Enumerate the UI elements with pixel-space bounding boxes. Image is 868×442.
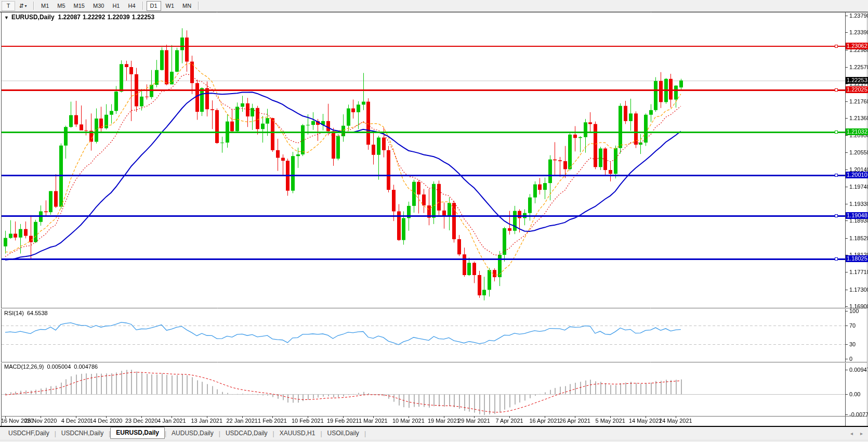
date-axis-label: 10 Feb 2021: [292, 418, 324, 424]
date-axis-label: 22 Jan 2021: [226, 418, 258, 424]
macd-scale-tick: 0.009478: [849, 367, 868, 373]
text-tool-button[interactable]: T: [2, 1, 15, 11]
timeframe-button-m30[interactable]: M30: [89, 1, 108, 11]
price-scale-tick: 1.19330: [849, 201, 868, 207]
date-axis-label: 16 Apr 2021: [529, 418, 560, 424]
date-axis-label: 24 May 2021: [659, 418, 692, 424]
chevron-down-icon: ▾: [25, 4, 27, 8]
price-level-badge: 1.19048: [846, 212, 868, 219]
macd-scale-tick: -0.007778: [849, 411, 868, 418]
price-scale-tick: 1.23790: [849, 12, 868, 19]
rsi-scale-tick: 100: [849, 308, 859, 314]
date-axis-label: 1 Feb 2021: [258, 418, 287, 424]
toolbar-separator: [142, 2, 143, 10]
price-scale-tick: 1.18520: [849, 235, 868, 241]
date-axis-label: 23 Dec 2020: [125, 418, 157, 424]
tab-usdcad[interactable]: USDCAD,Daily: [220, 428, 273, 438]
main-chart-canvas[interactable]: [0, 0, 868, 442]
price-level-badge: 1.20010: [846, 172, 868, 178]
current-price-badge: 1.22253: [846, 77, 868, 84]
macd-scale-tick: 0.00: [849, 391, 860, 397]
timeframe-button-mn[interactable]: MN: [179, 1, 195, 11]
tab-usdcnh[interactable]: USDCNH,Daily: [56, 428, 109, 438]
price-scale-tick: 1.22570: [849, 64, 868, 70]
price-scale-tick: 1.17300: [849, 287, 868, 293]
timeframe-button-group: M1M5M15M30H1H4D1W1MN: [37, 1, 195, 11]
price-scale-tick: 1.21760: [849, 98, 868, 105]
tab-usdchf[interactable]: USDCHF,Daily: [3, 428, 55, 438]
rsi-scale-tick: 70: [849, 322, 856, 329]
price-level-badge: 1.23062: [846, 43, 868, 49]
tab-scroll-right-icon[interactable]: ▸: [860, 431, 863, 436]
timeframe-button-d1[interactable]: D1: [147, 1, 161, 11]
status-strip: [0, 440, 868, 442]
rsi-scale-tick: 30: [849, 341, 856, 347]
timeframe-button-m15[interactable]: M15: [70, 1, 88, 11]
price-scale-tick: 1.23390: [849, 29, 868, 35]
cursor-tool-button[interactable]: ⇵ ▾: [16, 1, 30, 11]
price-level-badge: 1.18025: [846, 255, 868, 262]
tab-scroll-controls: ◂ ▸: [850, 431, 868, 436]
tabs-container: USDCHF,Daily|USDCNH,Daily|EURUSD,Daily|A…: [3, 428, 366, 439]
rsi-scale-tick: 0: [849, 356, 852, 362]
date-axis-label: 14 May 2021: [629, 418, 662, 424]
timeframe-button-w1[interactable]: W1: [162, 1, 178, 11]
date-axis-label: 26 Apr 2021: [560, 418, 590, 424]
date-axis-label: 25 Nov 2020: [24, 418, 57, 424]
timeframe-button-h4[interactable]: H4: [124, 1, 139, 11]
date-axis-label: 19 Feb 2021: [327, 418, 359, 424]
tab-separator: |: [364, 430, 366, 437]
tab-usoil[interactable]: USOil,Daily: [322, 428, 364, 438]
price-level-badge: 1.21032: [846, 128, 868, 135]
toolbar-separator: [33, 2, 34, 10]
timeframe-button-m1[interactable]: M1: [37, 1, 52, 11]
tab-xauusd[interactable]: XAUUSD,H1: [274, 428, 321, 438]
price-scale-tick: 1.17710: [849, 269, 868, 275]
trading-platform-window: T ⇵ ▾ M1M5M15M30H1H4D1W1MN ▼EURUSD,Daily…: [0, 0, 868, 442]
date-axis-label: 13 Jan 2021: [191, 418, 223, 424]
cursor-tool-icon: ⇵: [19, 3, 23, 9]
price-scale-tick: 1.19740: [849, 184, 868, 190]
price-scale-tick: 1.20550: [849, 149, 868, 155]
timeframe-button-h1[interactable]: H1: [109, 1, 123, 11]
timeframe-button-m5[interactable]: M5: [54, 1, 69, 11]
date-axis-label: 7 Apr 2021: [496, 418, 523, 424]
toolbar: T ⇵ ▾ M1M5M15M30H1H4D1W1MN: [0, 0, 868, 12]
date-axis-label: 29 Mar 2021: [458, 418, 490, 424]
date-axis-label: 4 Dec 2020: [61, 418, 90, 424]
date-axis-label: 1 Mar 2021: [359, 418, 388, 424]
tab-eurusd[interactable]: EURUSD,Daily: [110, 427, 165, 439]
date-axis-label: 14 Dec 2020: [90, 418, 122, 424]
tab-scroll-left-icon[interactable]: ◂: [850, 431, 853, 436]
date-axis-label: 19 Mar 2021: [428, 418, 460, 424]
price-scale-tick: 1.21360: [849, 115, 868, 121]
date-axis-label: 10 Mar 2021: [392, 418, 425, 424]
tab-audusd[interactable]: AUDUSD,Daily: [166, 428, 219, 438]
price-level-badge: 1.22025: [846, 86, 868, 93]
symbol-tabbar: USDCHF,Daily|USDCNH,Daily|EURUSD,Daily|A…: [0, 427, 868, 440]
toolbar-separator: [198, 2, 199, 10]
date-axis-label: 4 Jan 2021: [157, 418, 186, 424]
date-axis-label: 5 May 2021: [596, 418, 625, 424]
